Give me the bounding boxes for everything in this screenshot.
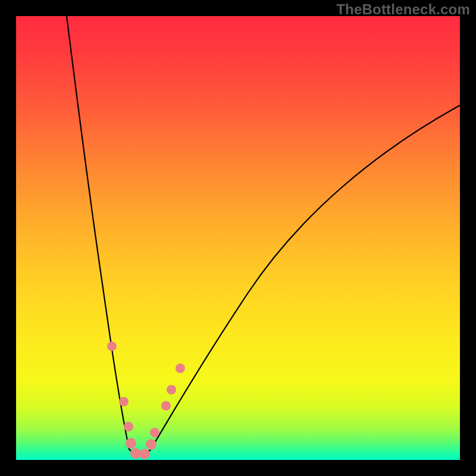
curve-right-branch [150, 105, 460, 450]
marker-point [119, 397, 129, 406]
marker-point [167, 385, 176, 394]
marker-point [126, 438, 136, 449]
bottleneck-curve-svg [16, 16, 460, 460]
marker-pill-left [113, 352, 122, 397]
marker-pill-right [155, 409, 164, 430]
marker-point [146, 439, 156, 450]
curve-left-branch [67, 16, 129, 449]
marker-point [107, 342, 117, 351]
watermark-text: TheBottleneck.com [336, 1, 470, 18]
marker-point [150, 428, 159, 437]
marker-point [161, 401, 171, 411]
marker-point [124, 422, 133, 431]
plot-area [16, 16, 460, 460]
marker-point [176, 364, 185, 373]
marker-point [139, 449, 150, 459]
